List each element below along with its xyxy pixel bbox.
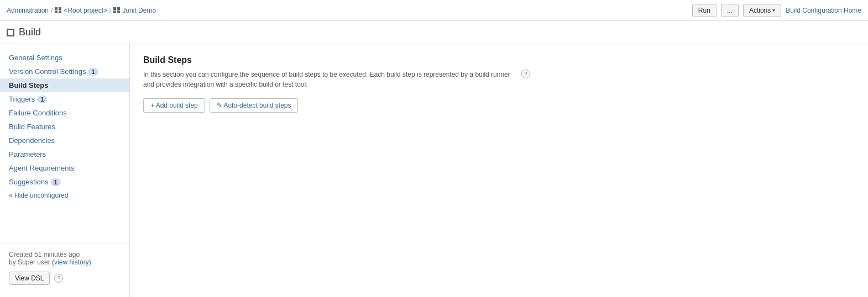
dsl-help-icon[interactable]: ? — [54, 274, 63, 283]
hide-unconfigured-link[interactable]: « Hide unconfigured — [0, 189, 129, 202]
created-text: Created 51 minutes ago — [9, 251, 121, 258]
sidebar-label-version-control-settings: Version Control Settings — [9, 67, 86, 76]
badge-suggestions: 1 — [51, 178, 61, 186]
actions-dropdown-arrow: ▾ — [772, 7, 775, 13]
sidebar-label-general-settings: General Settings — [9, 54, 62, 62]
view-dsl-button[interactable]: View DSL — [9, 272, 50, 285]
section-title: Build Steps — [143, 55, 855, 65]
sidebar-item-dependencies[interactable]: Dependencies — [0, 134, 129, 147]
badge-triggers: 1 — [37, 96, 47, 103]
run-more-button[interactable]: ... — [721, 4, 739, 17]
section-help-icon[interactable]: ? — [521, 70, 530, 78]
breadcrumb-admin[interactable]: Administration — [7, 7, 49, 14]
page-title-text: Build — [19, 26, 41, 38]
page-title: Build — [7, 26, 861, 38]
created-label: Created 51 minutes ago — [9, 251, 80, 258]
sidebar-item-suggestions[interactable]: Suggestions 1 — [0, 175, 129, 189]
build-checkbox-icon — [7, 29, 14, 36]
sidebar-item-triggers[interactable]: Triggers 1 — [0, 92, 129, 106]
run-button[interactable]: Run — [692, 4, 717, 17]
actions-label: Actions — [749, 7, 771, 14]
sidebar-item-agent-requirements[interactable]: Agent Requirements — [0, 161, 129, 175]
sidebar-item-build-steps[interactable]: Build Steps — [0, 78, 129, 92]
add-build-step-button[interactable]: + Add build step — [143, 98, 205, 113]
page-title-bar: Build — [0, 21, 868, 44]
sidebar-item-failure-conditions[interactable]: Failure Conditions — [0, 106, 129, 120]
main-content: Build Steps In this section you can conf… — [130, 44, 868, 297]
breadcrumb-root-project[interactable]: <Root project> — [64, 7, 107, 14]
sidebar-item-build-features[interactable]: Build Features — [0, 120, 129, 134]
root-project-icon — [55, 7, 61, 14]
sidebar-footer: Created 51 minutes ago by Super user (vi… — [0, 243, 129, 291]
sidebar-nav: General Settings Version Control Setting… — [0, 51, 129, 237]
sidebar-label-suggestions: Suggestions — [9, 178, 49, 186]
sidebar-label-build-steps: Build Steps — [9, 81, 49, 89]
action-buttons: + Add build step ✎ Auto-detect build ste… — [143, 98, 855, 113]
breadcrumb-project[interactable]: Junit Demo — [122, 7, 156, 14]
sidebar-label-failure-conditions: Failure Conditions — [9, 109, 67, 117]
sidebar: General Settings Version Control Setting… — [0, 44, 130, 297]
topbar: Administration / <Root project> / Junit … — [0, 0, 868, 21]
main-layout: General Settings Version Control Setting… — [0, 44, 868, 297]
section-description: In this section you can configure the se… — [143, 70, 530, 89]
sidebar-item-parameters[interactable]: Parameters — [0, 147, 129, 161]
badge-version-control: 1 — [88, 68, 98, 76]
sidebar-item-version-control-settings[interactable]: Version Control Settings 1 — [0, 65, 129, 78]
view-history-link[interactable]: (view history) — [52, 258, 91, 266]
sidebar-item-general-settings[interactable]: General Settings — [0, 51, 129, 65]
sidebar-label-dependencies: Dependencies — [9, 136, 55, 145]
actions-button[interactable]: Actions ▾ — [743, 4, 781, 17]
by-text: by Super user — [9, 258, 50, 266]
sidebar-footer-actions: View DSL ? — [9, 272, 121, 285]
breadcrumb-sep1: / — [51, 7, 53, 14]
topbar-actions: Run ... Actions ▾ Build Configuration Ho… — [692, 4, 861, 17]
sidebar-label-triggers: Triggers — [9, 95, 35, 103]
section-desc-text: In this section you can configure the se… — [143, 70, 518, 89]
breadcrumb-sep2: / — [109, 7, 111, 14]
sidebar-label-parameters: Parameters — [9, 150, 46, 158]
build-config-home-link[interactable]: Build Configuration Home — [786, 7, 861, 14]
breadcrumb: Administration / <Root project> / Junit … — [7, 7, 156, 14]
created-by: by Super user (view history) — [9, 258, 121, 266]
sidebar-label-build-features: Build Features — [9, 123, 55, 131]
sidebar-label-agent-requirements: Agent Requirements — [9, 164, 75, 172]
project-icon — [113, 7, 120, 14]
auto-detect-build-steps-button[interactable]: ✎ Auto-detect build steps — [210, 98, 299, 113]
